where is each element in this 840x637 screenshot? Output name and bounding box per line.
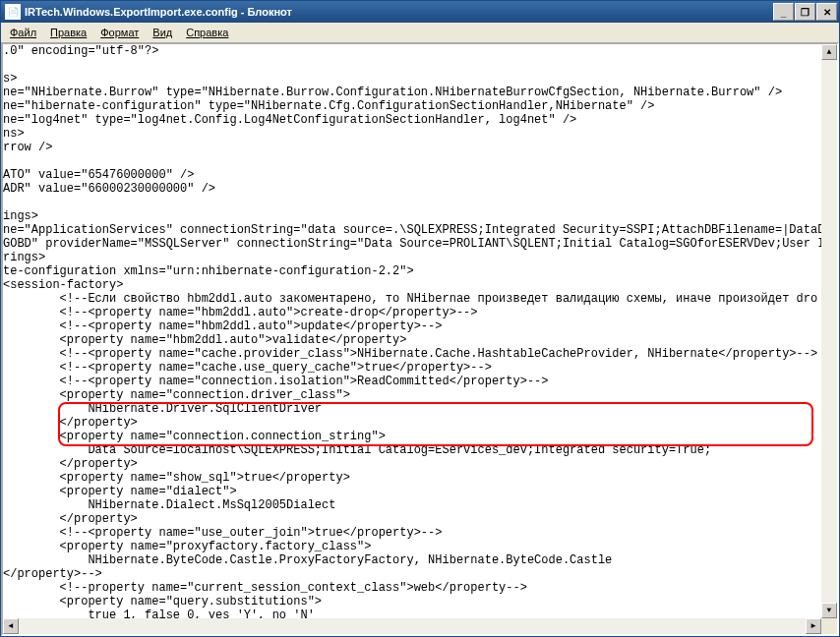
menu-edit[interactable]: Правка xyxy=(43,25,93,40)
v-scroll-track[interactable] xyxy=(821,60,837,603)
scroll-corner xyxy=(821,618,837,634)
h-scroll-track[interactable] xyxy=(19,618,806,634)
menu-view[interactable]: Вид xyxy=(146,25,179,40)
window-title: IRTech.Windows.ExportImport.exe.config -… xyxy=(25,6,772,18)
maximize-button[interactable]: ❐ xyxy=(795,3,815,21)
app-icon: 📄 xyxy=(5,4,21,20)
notepad-window: 📄 IRTech.Windows.ExportImport.exe.config… xyxy=(0,0,840,637)
vertical-scrollbar[interactable]: ▲ ▼ xyxy=(821,44,837,618)
menubar: Файл Правка Формат Вид Справка xyxy=(1,23,839,42)
scroll-down-button[interactable]: ▼ xyxy=(821,603,837,618)
menu-help[interactable]: Справка xyxy=(179,25,235,40)
file-text[interactable]: .0" encoding="utf-8"?> s> ne="NHibernate… xyxy=(3,44,832,634)
menu-format[interactable]: Формат xyxy=(93,25,146,40)
scroll-right-button[interactable]: ► xyxy=(806,618,821,634)
scroll-left-button[interactable]: ◄ xyxy=(3,618,19,634)
minimize-button[interactable]: _ xyxy=(773,3,794,21)
scroll-up-button[interactable]: ▲ xyxy=(821,44,837,60)
titlebar[interactable]: 📄 IRTech.Windows.ExportImport.exe.config… xyxy=(1,1,839,23)
editor-frame: .0" encoding="utf-8"?> s> ne="NHibernate… xyxy=(1,42,839,636)
close-button[interactable]: ✕ xyxy=(816,3,837,21)
horizontal-scrollbar[interactable]: ◄ ► xyxy=(3,618,821,634)
text-area[interactable]: .0" encoding="utf-8"?> s> ne="NHibernate… xyxy=(3,44,837,634)
menu-file[interactable]: Файл xyxy=(3,25,43,40)
